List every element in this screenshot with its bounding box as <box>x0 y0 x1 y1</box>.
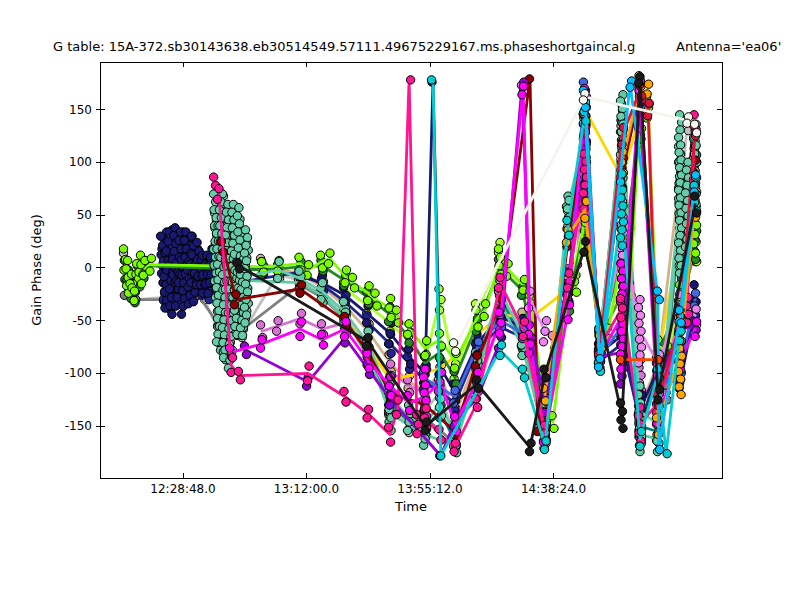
x-tick-label: 13:12:00.0 <box>274 482 339 496</box>
figure-canvas: G table: 15A-372.sb30143638.eb30514549.5… <box>0 0 800 600</box>
y-tick-label: 100 <box>69 155 92 169</box>
x-tick-label: 13:55:12.0 <box>397 482 462 496</box>
y-tick-label: -100 <box>65 366 92 380</box>
series-layer <box>119 72 701 460</box>
x-tick-label: 14:38:24.0 <box>521 482 586 496</box>
x-tick-label: 12:28:48.0 <box>150 482 215 496</box>
y-tick-label: 50 <box>77 208 92 222</box>
y-tick-label: 0 <box>84 261 92 275</box>
y-tick-label: 150 <box>69 103 92 117</box>
y-tick-label: -50 <box>72 314 92 328</box>
y-tick-label: -150 <box>65 419 92 433</box>
plot-area: 12:28:48.013:12:00.013:55:12.014:38:24.0… <box>0 0 800 600</box>
